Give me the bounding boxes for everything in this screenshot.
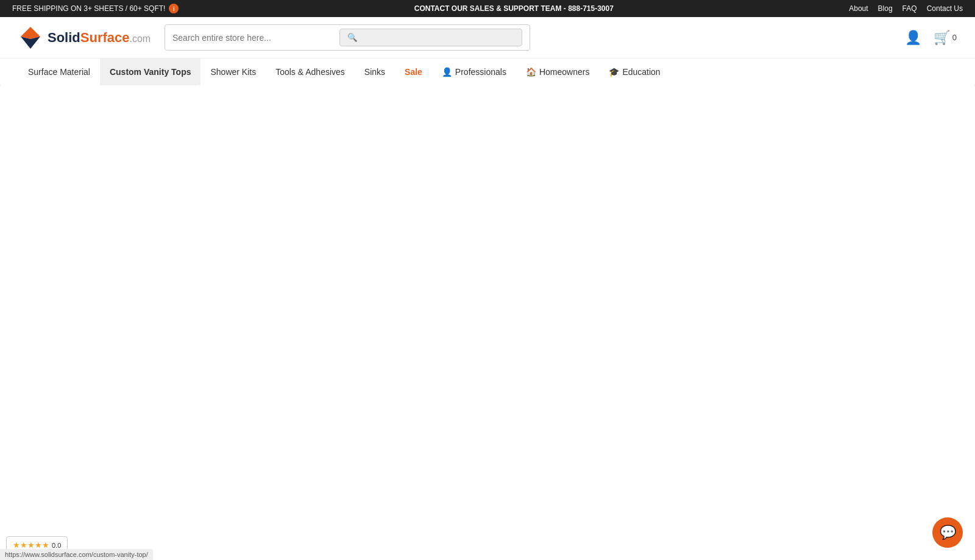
main-nav: Surface Material Custom Vanity Tops Show… xyxy=(0,58,975,86)
nav-tools-adhesives[interactable]: Tools & Adhesives xyxy=(266,58,355,85)
user-professionals-icon: 👤 xyxy=(442,67,452,77)
dropdown-panel: Custom Vanity Tops Create your own custo… xyxy=(0,85,975,86)
user-icon: 👤 xyxy=(905,30,921,46)
shipping-text: FREE SHIPPING ON 3+ SHEETS / 60+ SQFT! xyxy=(12,4,165,13)
about-link[interactable]: About xyxy=(849,4,868,13)
search-bar[interactable]: 🔍 xyxy=(165,24,530,51)
top-bar: FREE SHIPPING ON 3+ SHEETS / 60+ SQFT! i… xyxy=(0,0,975,17)
nav-shower-kits[interactable]: Shower Kits xyxy=(200,58,266,85)
graduation-icon: 🎓 xyxy=(609,67,619,77)
nav-homeowners[interactable]: 🏠 Homeowners xyxy=(516,58,599,85)
logo-solid-text: Solid xyxy=(48,30,80,45)
shipping-notice: FREE SHIPPING ON 3+ SHEETS / 60+ SQFT! i xyxy=(12,4,179,13)
nav-custom-vanity-tops[interactable]: Custom Vanity Tops xyxy=(100,58,201,85)
nav-surface-material[interactable]: Surface Material xyxy=(18,58,100,85)
search-button[interactable]: 🔍 xyxy=(339,29,522,46)
svg-marker-0 xyxy=(21,27,40,39)
nav-sinks[interactable]: Sinks xyxy=(355,58,395,85)
search-icon: 🔍 xyxy=(347,33,358,42)
dropdown-right: Start with one of these designs, or STAR… xyxy=(196,85,974,86)
cart-button[interactable]: 🛒 0 xyxy=(934,30,957,46)
contact-us-link[interactable]: Contact Us xyxy=(927,4,963,13)
cart-count: 0 xyxy=(952,33,957,42)
logo-surface-text: Surface xyxy=(80,30,130,45)
info-circle-icon: i xyxy=(169,4,179,13)
logo-com-text: .com xyxy=(130,34,151,44)
nav-sale[interactable]: Sale xyxy=(395,58,432,85)
nav-education[interactable]: 🎓 Education xyxy=(599,58,670,85)
home-icon: 🏠 xyxy=(526,67,536,77)
faq-link[interactable]: FAQ xyxy=(902,4,917,13)
top-nav-links: About Blog FAQ Contact Us xyxy=(849,4,963,13)
dropdown-left: Custom Vanity Tops Create your own custo… xyxy=(1,85,196,86)
cart-icon: 🛒 xyxy=(934,30,950,46)
contact-text: CONTACT OUR SALES & SUPPORT TEAM - 888-7… xyxy=(414,4,614,13)
blog-link[interactable]: Blog xyxy=(878,4,893,13)
nav-professionals[interactable]: 👤 Professionals xyxy=(432,58,516,85)
logo-diamond-icon xyxy=(18,26,43,50)
search-input[interactable] xyxy=(172,33,339,43)
header: SolidSurface.com 🔍 👤 🛒 0 xyxy=(0,17,975,58)
account-button[interactable]: 👤 xyxy=(905,30,921,46)
header-icons: 👤 🛒 0 xyxy=(905,30,957,46)
logo[interactable]: SolidSurface.com xyxy=(18,26,152,50)
